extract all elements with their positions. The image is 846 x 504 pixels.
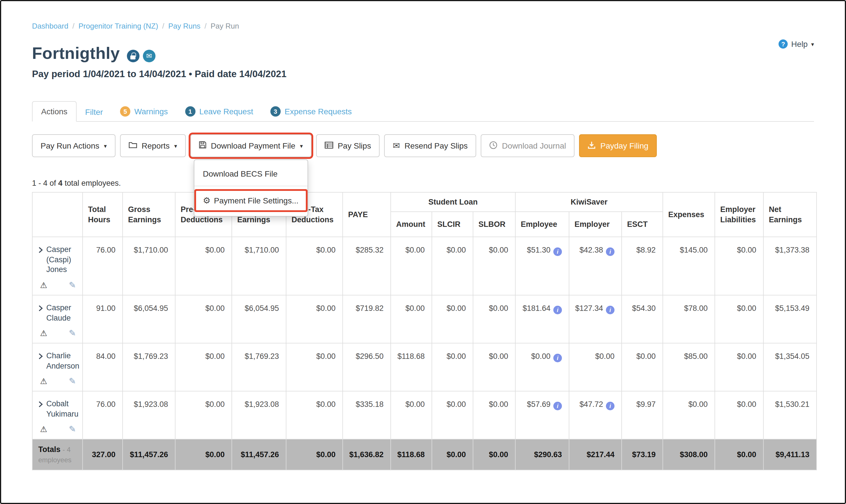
resend-pay-slips-button[interactable]: ✉ Resend Pay Slips [384,134,476,157]
cell-pre-tax-deductions: $0.00 [175,391,232,439]
employee-name[interactable]: Casper Claude [46,303,78,323]
employee-name-cell: Cobalt Yukimaru ⚠ ✎ [32,391,83,439]
payday-filing-button[interactable]: Payday Filing [579,134,657,157]
menu-item-download-becs-file[interactable]: Download BECS File [194,163,307,184]
cell-paye: $335.18 [343,391,391,439]
cell-employer-liabilities: $0.00 [715,237,763,295]
cell-esct: $8.92 [622,237,663,295]
chevron-right-icon[interactable] [38,352,43,371]
help-label: Help [791,39,808,49]
tab-expense-requests[interactable]: 3 Expense Requests [262,101,360,122]
info-icon[interactable]: i [553,354,562,362]
cell-esct: $9.97 [622,391,663,439]
pencil-icon[interactable]: ✎ [69,376,76,386]
employee-name-cell: Casper (Caspi) Jones ⚠ ✎ [32,237,83,295]
cell-expenses: $145.00 [663,237,715,295]
download-journal-button[interactable]: Download Journal [481,134,575,157]
menu-item-payment-file-settings[interactable]: ⚙ Payment File Settings... [196,191,306,210]
tab-actions[interactable]: Actions [32,101,76,122]
employee-name[interactable]: Cobalt Yukimaru [46,399,78,419]
leave-request-badge: 1 [185,106,195,116]
caret-down-icon: ▾ [104,143,107,149]
cell-pre-tax-deductions: $0.00 [175,237,232,295]
cell-expenses: $85.00 [663,343,715,391]
total-total-hours: 327.00 [83,439,123,470]
chevron-right-icon[interactable] [38,246,43,274]
info-icon[interactable]: i [553,402,562,410]
reports-button[interactable]: Reports▾ [120,134,186,157]
cell-kiwisaver-employer: $42.38i [569,237,622,295]
cell-esct: $0.00 [622,343,663,391]
breadcrumb-current: Pay Run [211,22,239,30]
chevron-right-icon[interactable] [38,304,43,323]
cell-kiwisaver-employee: $0.00i [515,343,569,391]
breadcrumb-dashboard[interactable]: Dashboard [32,22,68,30]
tab-warnings[interactable]: 5 Warnings [111,101,176,122]
column-group-student-loan: Student Loan [391,192,515,212]
table-row: Cobalt Yukimaru ⚠ ✎ 76.00 $1,923.08 $0.0… [32,391,816,439]
total-esct: $73.19 [622,439,663,470]
cell-slcir: $0.00 [432,295,473,343]
info-icon[interactable]: i [606,306,615,314]
pencil-icon[interactable]: ✎ [69,424,76,435]
cell-net-earnings: $1,354.05 [763,343,816,391]
info-icon[interactable]: i [553,306,562,314]
tab-leave-request[interactable]: 1 Leave Request [176,101,262,122]
total-employer-liabilities: $0.00 [715,439,763,470]
total-taxable-earnings: $11,457.26 [232,439,286,470]
employee-name-cell: Casper Claude ⚠ ✎ [32,295,83,343]
cell-student-loan-amount: $0.00 [391,237,432,295]
total-net-earnings: $9,411.13 [763,439,816,470]
total-kiwisaver-employer: $217.44 [569,439,622,470]
download-payment-file-button[interactable]: Download Payment File▾ [190,134,312,157]
total-kiwisaver-employee: $290.63 [515,439,569,470]
lock-icon[interactable] [127,50,139,62]
cell-net-earnings: $5,153.49 [763,295,816,343]
warning-icon[interactable]: ⚠ [40,280,47,289]
pay-slips-button[interactable]: Pay Slips [316,134,380,157]
employee-name-cell: Charlie Anderson ⚠ ✎ [32,343,83,391]
breadcrumb-pay-runs[interactable]: Pay Runs [168,22,201,30]
cell-employer-liabilities: $0.00 [715,391,763,439]
cell-paye: $296.50 [343,343,391,391]
cell-kiwisaver-employer: $47.72i [569,391,622,439]
cell-slbor: $0.00 [473,343,515,391]
help-menu[interactable]: ? Help ▾ [778,39,814,49]
cell-student-loan-amount: $0.00 [391,391,432,439]
column-header-gross-earnings: Gross Earnings [123,192,175,237]
chevron-right-icon[interactable] [38,400,43,419]
cell-paye: $285.32 [343,237,391,295]
cell-total-hours: 76.00 [83,237,123,295]
column-header-slbor: SLBOR [473,212,515,237]
cell-post-tax-deductions: $0.00 [286,237,343,295]
column-header-employer-liabilities: Employer Liabilities [715,192,763,237]
total-gross-earnings: $11,457.26 [123,439,175,470]
cell-net-earnings: $1,530.21 [763,391,816,439]
warning-icon[interactable]: ⚠ [40,328,47,338]
pencil-icon[interactable]: ✎ [69,280,76,290]
column-group-kiwisaver: KiwiSaver [515,192,663,212]
mail-icon[interactable]: ✉ [143,50,155,62]
info-icon[interactable]: i [606,402,615,410]
caret-down-icon: ▾ [811,41,814,47]
save-icon [199,141,206,150]
info-icon[interactable]: i [553,248,562,256]
pay-run-actions-button[interactable]: Pay Run Actions▾ [32,134,116,157]
pencil-icon[interactable]: ✎ [69,328,76,338]
cell-taxable-earnings: $1,923.08 [232,391,286,439]
warning-icon[interactable]: ⚠ [40,425,47,434]
employee-name[interactable]: Casper (Caspi) Jones [46,245,78,274]
breadcrumb-business[interactable]: Progenitor Training (NZ) [78,22,158,30]
expense-requests-badge: 3 [270,106,281,116]
cell-pre-tax-deductions: $0.00 [175,295,232,343]
info-icon[interactable]: i [606,248,615,256]
cell-post-tax-deductions: $0.00 [286,343,343,391]
warning-icon[interactable]: ⚠ [40,377,47,386]
column-header-employee [32,192,83,237]
column-header-esct: ESCT [622,212,663,237]
cell-kiwisaver-employer: $127.34i [569,295,622,343]
tab-filter[interactable]: Filter [76,102,111,122]
employee-name[interactable]: Charlie Anderson [46,351,80,371]
cell-taxable-earnings: $1,769.23 [232,343,286,391]
download-payment-file-menu: Download BECS File ⚙ Payment File Settin… [194,159,308,217]
